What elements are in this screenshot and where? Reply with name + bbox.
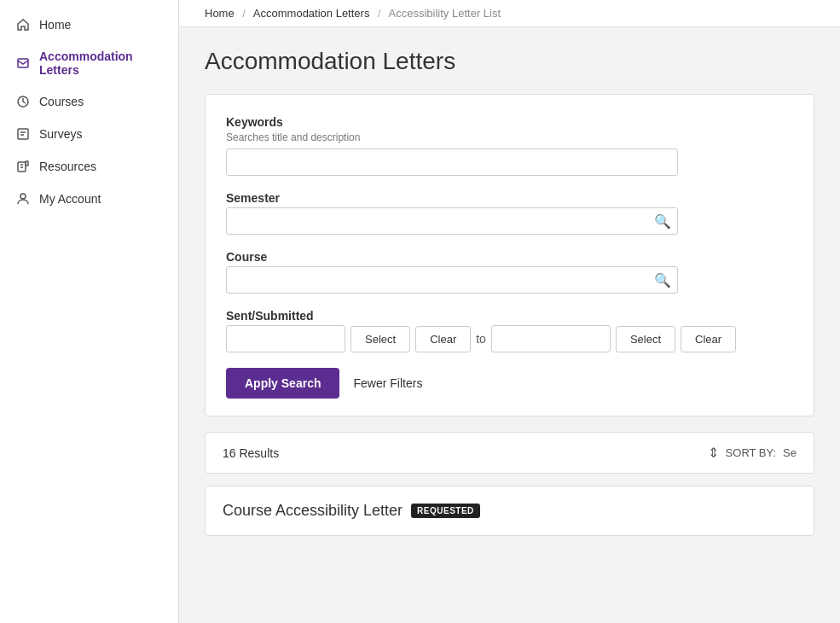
sidebar-item-surveys[interactable]: Surveys [0, 118, 178, 150]
breadcrumb-home[interactable]: Home [205, 7, 235, 20]
results-bar: 16 Results ⇕ SORT BY: Se [205, 432, 814, 474]
sidebar-item-courses[interactable]: Courses [0, 85, 178, 118]
sort-row: ⇕ SORT BY: Se [708, 445, 797, 461]
sort-value: Se [783, 446, 797, 459]
svg-rect-0 [18, 59, 28, 67]
filter-card: Keywords Searches title and description … [205, 94, 814, 416]
result-badge: REQUESTED [411, 504, 480, 518]
sidebar-label-accommodation-letters: Accommodation Letters [39, 49, 163, 77]
date-to-input[interactable] [491, 325, 611, 352]
page-content: Accommodation Letters Keywords Searches … [179, 27, 840, 556]
sort-icon: ⇕ [708, 445, 719, 461]
sent-submitted-group: Sent/Submitted Select Clear to Select Cl… [226, 309, 793, 352]
sort-label: SORT BY: [726, 446, 777, 459]
sidebar-label-home: Home [39, 18, 71, 32]
date-from-select-button[interactable]: Select [350, 326, 410, 352]
breadcrumb-sep-1: / [242, 7, 246, 20]
sidebar-label-courses: Courses [39, 95, 84, 108]
course-search-icon-btn[interactable]: 🔍 [654, 272, 671, 288]
sidebar-item-accommodation-letters[interactable]: Accommodation Letters [0, 41, 178, 85]
account-icon [15, 191, 31, 207]
svg-rect-2 [18, 129, 28, 139]
letters-icon [15, 55, 31, 71]
sidebar-item-my-account[interactable]: My Account [0, 183, 178, 215]
date-from-input[interactable] [226, 325, 345, 352]
keywords-group: Keywords Searches title and description [226, 115, 793, 176]
semester-input-wrap: 🔍 [226, 207, 678, 235]
page-title: Accommodation Letters [205, 48, 814, 75]
breadcrumb-sep-2: / [378, 7, 381, 20]
courses-icon [15, 94, 31, 109]
date-range-separator: to [476, 332, 486, 346]
date-to-select-button[interactable]: Select [616, 326, 675, 352]
sidebar-label-surveys: Surveys [39, 127, 83, 141]
semester-search-icon-btn[interactable]: 🔍 [654, 213, 671, 230]
result-title: Course Accessibility Letter REQUESTED [223, 502, 797, 520]
keywords-hint: Searches title and description [226, 131, 793, 143]
svg-rect-4 [26, 161, 28, 166]
sidebar-label-my-account: My Account [39, 192, 101, 206]
keywords-input[interactable] [226, 148, 678, 176]
sidebar-item-resources[interactable]: Resources [0, 150, 178, 183]
date-from-clear-button[interactable]: Clear [415, 326, 471, 352]
main-content: Home / Accommodation Letters / Accessibi… [179, 0, 840, 623]
breadcrumb-section[interactable]: Accommodation Letters [253, 7, 370, 20]
course-input[interactable] [226, 266, 678, 294]
keywords-label: Keywords [226, 115, 793, 129]
fewer-filters-button[interactable]: Fewer Filters [353, 368, 422, 399]
apply-search-button[interactable]: Apply Search [226, 368, 339, 399]
results-count: 16 Results [223, 446, 279, 460]
breadcrumb-current: Accessibility Letter List [389, 7, 501, 20]
course-input-wrap: 🔍 [226, 266, 678, 294]
svg-point-5 [20, 194, 26, 199]
sidebar: Home Accommodation Letters Courses [0, 0, 179, 623]
sidebar-label-resources: Resources [39, 160, 96, 173]
sent-submitted-label: Sent/Submitted [226, 309, 793, 323]
sidebar-item-home[interactable]: Home [0, 9, 178, 41]
result-card: Course Accessibility Letter REQUESTED [205, 486, 814, 536]
semester-input[interactable] [226, 207, 678, 235]
course-group: Course 🔍 [226, 250, 793, 294]
home-icon [15, 17, 31, 32]
result-title-text: Course Accessibility Letter [223, 502, 403, 520]
surveys-icon [15, 126, 31, 142]
semester-group: Semester 🔍 [226, 191, 793, 235]
course-label: Course [226, 250, 793, 264]
resources-icon [15, 159, 31, 174]
action-row: Apply Search Fewer Filters [226, 368, 793, 399]
semester-label: Semester [226, 191, 793, 205]
date-range: Select Clear to Select Clear [226, 325, 793, 352]
breadcrumb: Home / Accommodation Letters / Accessibi… [179, 0, 840, 27]
date-to-clear-button[interactable]: Clear [681, 326, 736, 352]
